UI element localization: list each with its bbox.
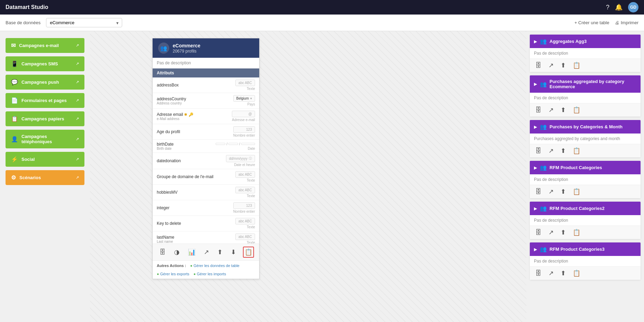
- card-people-icon: 👥: [540, 81, 547, 88]
- dot-separator: ● Gérer les données de table: [190, 264, 239, 268]
- right-card-header[interactable]: ▶ 👥 Aggregates Agg3: [530, 35, 641, 48]
- database-icon[interactable]: 🗄: [535, 229, 542, 236]
- upload-icon[interactable]: ⬆: [561, 229, 566, 236]
- printer-icon: 🖨: [615, 20, 619, 25]
- copy-icon[interactable]: 📋: [243, 247, 254, 258]
- right-card-purchases-categories-month: ▶ 👥 Purchases by Categories & Month Purc…: [530, 120, 641, 157]
- canvas-area: 👥 eCommerce 20679 profils Pas de descrip…: [90, 31, 526, 322]
- sidebar-item-campagnes-telephoniques[interactable]: 👤 Campagnes téléphoniques ↗: [6, 130, 84, 148]
- upload-icon[interactable]: ⬆: [561, 62, 566, 69]
- attribute-name: Groupe de domaine de l'e-mail: [157, 174, 233, 179]
- card-toolbar: 🗄 ↗ ⬆ 📋: [530, 267, 641, 280]
- copy-icon[interactable]: 📋: [573, 188, 580, 195]
- external-link-icon[interactable]: ↗: [548, 269, 554, 277]
- external-link-icon[interactable]: ↗: [548, 188, 554, 195]
- right-card-header[interactable]: ▶ 👥 RFM Product Categories2: [530, 202, 641, 215]
- database-icon[interactable]: 🗄: [158, 247, 167, 257]
- topbar-actions: ? 🔔 GD: [606, 2, 638, 12]
- manage-exports-link[interactable]: ● Gérer les exports: [157, 272, 189, 276]
- right-card-header[interactable]: ▶ 👥 RFM Product Categories3: [530, 242, 641, 256]
- upload-icon[interactable]: ⬆: [561, 188, 566, 195]
- upload-icon[interactable]: ⬆: [561, 269, 566, 277]
- attribute-row: lastName Last name abc ABC Texte: [153, 231, 259, 243]
- paper-icon: 📋: [11, 116, 18, 122]
- attribute-row: Key to delete abc ABC Texte: [153, 216, 259, 231]
- sidebar-item-campagnes-push[interactable]: 💬 Campagnes push ↗: [6, 75, 84, 90]
- copy-icon[interactable]: 📋: [573, 147, 580, 155]
- attributes-header: Attributs: [153, 68, 259, 77]
- expand-arrow-icon: ▶: [534, 247, 537, 252]
- expand-arrow-icon: ▶: [534, 39, 537, 44]
- card-people-icon: 👥: [540, 164, 547, 171]
- external-link-icon[interactable]: ↗: [202, 247, 210, 257]
- sidebar-item-formulaires-pages[interactable]: 📄 Formulaires et pages ↗: [6, 93, 84, 108]
- user-avatar[interactable]: GD: [628, 2, 638, 12]
- attribute-name: Age du profil: [157, 129, 230, 134]
- sidebar-item-campagnes-email[interactable]: ✉ Campagnes e-mail ↗: [6, 38, 84, 53]
- manage-imports-link[interactable]: ● Gérer les imports: [193, 272, 226, 276]
- card-description: Pas de description: [530, 174, 641, 185]
- notification-icon[interactable]: 🔔: [615, 3, 623, 11]
- attribute-label: integer: [157, 205, 230, 210]
- attribute-sublabel: e-Mail address: [157, 117, 229, 121]
- attribute-row: hobbiesMV abc ABC Texte: [153, 185, 259, 200]
- center-card: 👥 eCommerce 20679 profils Pas de descrip…: [152, 38, 260, 279]
- attribute-name: Key to delete: [157, 221, 233, 226]
- right-card-header[interactable]: ▶ 👥 Purchases aggregated by category Eco…: [530, 75, 641, 93]
- attribute-name: addressBox: [157, 83, 233, 88]
- dot-separator: ● Gérer les exports: [157, 272, 189, 276]
- database-icon[interactable]: 🗄: [535, 147, 542, 155]
- card-title: Purchases aggregated by category Ecommer…: [550, 79, 636, 89]
- attribute-label: birthDate Birth date: [157, 142, 213, 150]
- sidebar-item-social[interactable]: ⚡ Social ↗: [6, 152, 84, 167]
- download-icon[interactable]: ⬇: [229, 247, 237, 257]
- scenarios-icon: ⚙: [11, 174, 16, 181]
- create-table-button[interactable]: + Créer une table: [574, 20, 609, 25]
- copy-icon[interactable]: 📋: [573, 269, 580, 277]
- attribute-name: integer: [157, 205, 230, 210]
- pie-chart-icon[interactable]: ◑: [173, 247, 181, 257]
- database-icon[interactable]: 🗄: [535, 107, 542, 114]
- attribute-label: hobbiesMV: [157, 190, 233, 195]
- sidebar-item-campagnes-papiers[interactable]: 📋 Campagnes papiers ↗: [6, 111, 84, 126]
- right-card-purchases-aggregated: ▶ 👥 Purchases aggregated by category Eco…: [530, 75, 641, 117]
- copy-icon[interactable]: 📋: [573, 62, 580, 69]
- external-link-icon[interactable]: ↗: [548, 106, 554, 114]
- attribute-row: birthDate Birth date / / Date: [153, 140, 259, 153]
- right-card-header[interactable]: ▶ 👥 Purchases by Categories & Month: [530, 120, 641, 134]
- card-title: Aggregates Agg3: [550, 39, 636, 44]
- external-link-icon[interactable]: ↗: [548, 147, 554, 155]
- copy-icon[interactable]: 📋: [573, 106, 580, 114]
- right-card-header[interactable]: ▶ 👥 RFM Product Categories: [530, 161, 641, 174]
- sidebar-item-scenarios[interactable]: ⚙ Scénarios ↗: [6, 170, 84, 185]
- subheader: Base de données eCommerce + Créer une ta…: [0, 15, 644, 31]
- sidebar-item-label: Formulaires et pages: [21, 98, 67, 103]
- sidebar-item-label: Campagnes papiers: [21, 116, 64, 121]
- right-panel: ▶ 👥 Aggregates Agg3 Pas de description 🗄…: [526, 31, 644, 322]
- database-icon[interactable]: 🗄: [535, 62, 542, 69]
- bottom-actions-label: Autres Actions :: [157, 264, 186, 268]
- sidebar-item-campagnes-sms[interactable]: 📱 Campagnes SMS ↗: [6, 56, 84, 71]
- db-select-wrapper: eCommerce: [46, 18, 122, 27]
- bar-chart-icon[interactable]: 📊: [187, 247, 197, 257]
- copy-icon[interactable]: 📋: [573, 229, 580, 236]
- card-subtitle: 20679 profils: [173, 49, 197, 54]
- manage-table-data-link[interactable]: ● Gérer les données de table: [190, 264, 239, 268]
- help-icon[interactable]: ?: [606, 4, 609, 11]
- database-icon[interactable]: 🗄: [535, 270, 542, 277]
- app-title: Datamart Studio: [6, 4, 48, 10]
- database-icon[interactable]: 🗄: [535, 188, 542, 195]
- external-link-icon[interactable]: ↗: [548, 62, 554, 69]
- card-header-icon: 👥: [158, 43, 169, 54]
- upload-icon[interactable]: ⬆: [561, 106, 566, 114]
- upload-icon[interactable]: ⬆: [561, 147, 566, 155]
- card-description: Purchases aggregted by categories and mo…: [530, 134, 641, 144]
- upload-icon[interactable]: ⬆: [216, 247, 224, 257]
- print-button[interactable]: 🖨 Imprimer: [615, 20, 638, 25]
- sms-icon: 📱: [11, 61, 18, 67]
- db-select[interactable]: eCommerce: [46, 18, 122, 27]
- external-link-icon[interactable]: ↗: [548, 229, 554, 236]
- push-icon: 💬: [11, 79, 18, 85]
- attribute-label: lastName Last name: [157, 235, 233, 243]
- dot-separator: ● Gérer les imports: [193, 272, 226, 276]
